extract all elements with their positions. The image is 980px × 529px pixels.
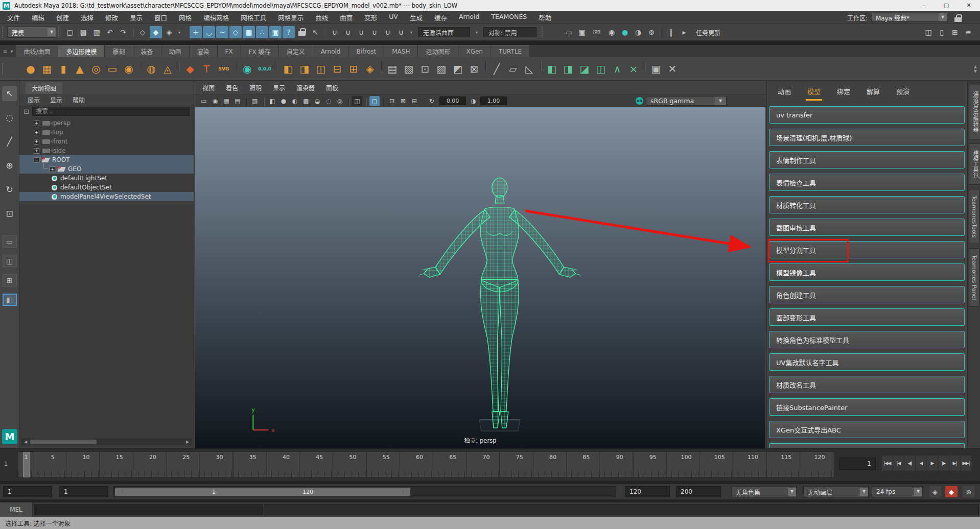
timeline-track[interactable]: 1510152025303540455055606570758085909510… (17, 451, 835, 478)
snap-together-icon[interactable]: ▣ (269, 26, 282, 38)
menu-item[interactable]: TEAMONES (491, 13, 527, 22)
scrollbar-thumb[interactable] (30, 440, 97, 444)
menu-item[interactable]: 编辑 (32, 13, 44, 22)
tool-button[interactable]: uv transfer (769, 106, 965, 124)
modeling-toolkit-toggle-icon[interactable]: ◫ (922, 26, 935, 38)
close-button[interactable]: ✕ (958, 0, 980, 11)
menu-item[interactable]: 变形 (364, 13, 377, 22)
viewport-menu-item[interactable]: 视图 (202, 83, 215, 92)
new-scene-icon[interactable]: ▢ (64, 26, 76, 38)
history-options-icon[interactable]: ∪ (395, 26, 407, 38)
attribute-editor-toggle-icon[interactable]: ⊞ (949, 26, 961, 38)
extrude-icon[interactable]: ▤ (385, 61, 400, 77)
mirror-icon[interactable]: ◩ (450, 61, 465, 77)
auto-keyframe-icon[interactable]: ◆ (945, 486, 958, 497)
single-pane-layout-button[interactable]: ▭ (3, 235, 17, 248)
command-language-toggle[interactable]: MEL (0, 502, 33, 517)
range-slider-track[interactable]: 1 120 (113, 486, 616, 497)
screen-ao-icon[interactable]: ◌ (323, 96, 334, 106)
play-backward-button[interactable]: ◀ (916, 455, 926, 471)
shelf-tab[interactable]: FX 缓存 (241, 45, 279, 57)
outliner-item[interactable]: + front (19, 137, 194, 146)
dock-vertical-tab[interactable]: 通道盒/层编辑器 (969, 85, 980, 139)
menu-set-select[interactable]: 建模 ▼ (7, 27, 56, 38)
snap-to-projected-center-icon[interactable]: ◇ (229, 26, 242, 38)
menu-item[interactable]: 选择 (81, 13, 94, 22)
uv-automatic-icon[interactable]: ◨ (561, 61, 576, 77)
tool-button[interactable]: 材质改名工具 (769, 376, 965, 393)
quad-draw-icon[interactable]: ⊠ (466, 61, 482, 77)
outliner-persp-layout-button[interactable]: ◧ (3, 294, 17, 306)
outliner-item[interactable]: + top (19, 128, 194, 137)
anim-layer-select[interactable]: 无动画层 ▼ (803, 486, 869, 497)
render-current-frame-icon[interactable]: ▣ (576, 26, 588, 38)
shelf-tab[interactable]: FX (218, 45, 241, 57)
menu-item[interactable]: 编辑网格 (203, 13, 229, 22)
gamma-icon[interactable]: ◑ (469, 96, 478, 106)
outliner-item[interactable]: modelPanel4ViewSelectedSet (19, 192, 194, 201)
open-scene-icon[interactable]: ▤ (77, 26, 89, 38)
gate-mask-icon[interactable]: ⊟ (409, 96, 419, 106)
type-tool-icon[interactable]: T (199, 61, 214, 77)
expand-toggle-icon[interactable]: + (50, 166, 55, 172)
separate-icon[interactable]: ◨ (297, 61, 312, 77)
bookmarks-icon[interactable]: ▤ (232, 96, 243, 106)
highlight-selection-icon[interactable]: ↖ (309, 26, 321, 38)
light-editor-icon[interactable]: ⊚ (645, 26, 658, 38)
expand-toggle-icon[interactable]: + (34, 148, 39, 154)
shelf-tab[interactable]: XGen (458, 45, 491, 57)
tool-button[interactable]: 表情制作工具 (769, 151, 965, 169)
step-back-frame-button[interactable]: |◀ (893, 455, 904, 471)
select-camera-icon[interactable]: ▭ (199, 96, 209, 106)
outliner-menu-item[interactable]: 显示 (50, 95, 62, 104)
snap-to-point-icon[interactable]: ~ (216, 26, 228, 38)
step-back-key-button[interactable]: ◀| (904, 455, 915, 471)
menu-item[interactable]: 显示 (130, 13, 143, 22)
tools-panel-tab[interactable]: 解算 (860, 83, 886, 101)
construction-history-icon[interactable]: ∪ (329, 26, 341, 38)
character-set-select[interactable]: 无角色集 ▼ (731, 486, 797, 497)
step-forward-key-button[interactable]: |▶ (938, 455, 949, 471)
grip-handle[interactable] (542, 27, 545, 38)
history-caret-icon[interactable]: ▾ (408, 26, 414, 38)
poly-platonic-icon[interactable]: ◬ (160, 61, 175, 77)
selection-mask-caret-icon[interactable]: ▾ (176, 26, 182, 38)
chevron-down-icon[interactable]: ▾ (474, 26, 480, 38)
playback-end-field[interactable]: 120 (625, 486, 670, 497)
shadows-icon[interactable]: ◒ (312, 96, 322, 106)
construction-plane-icon[interactable]: ◉ (240, 61, 255, 77)
command-input[interactable] (34, 504, 263, 515)
shelf-tab[interactable]: 动画 (161, 45, 190, 57)
tools-panel-tab[interactable]: 绑定 (830, 83, 857, 101)
xray-icon[interactable]: ◫ (352, 96, 362, 106)
bridge-icon[interactable]: ▧ (401, 61, 416, 77)
move-tool[interactable]: ⊕ (2, 158, 17, 173)
outliner-item[interactable]: + side (19, 146, 194, 155)
menu-item[interactable]: 生成 (410, 13, 423, 22)
crease-tool-icon[interactable]: ▱ (505, 61, 521, 77)
input-operations-icon[interactable]: ∪ (368, 26, 381, 38)
task-update-label[interactable]: 任务更新 (696, 28, 720, 37)
maximize-button[interactable]: ▢ (935, 0, 958, 11)
bevel-icon[interactable]: ◈ (362, 61, 378, 77)
viewport-menu-item[interactable]: 着色 (226, 83, 238, 92)
uv-cylindrical-icon[interactable]: ◪ (577, 61, 592, 77)
create-polygon-icon[interactable]: ╱ (489, 61, 504, 77)
body-mesh[interactable] (424, 178, 575, 428)
expand-toggle-icon[interactable]: + (34, 121, 39, 126)
tool-button-partial[interactable] (769, 443, 965, 448)
active-surface-field[interactable]: 无激活曲面 (418, 27, 470, 37)
grip-handle[interactable] (58, 27, 61, 38)
render-settings-icon[interactable]: ◉ (605, 26, 618, 38)
select-object-icon[interactable]: ◆ (150, 26, 162, 38)
workspace-select[interactable]: Maya 经典* ▼ (872, 13, 947, 22)
tool-button[interactable]: 链接SubstancePainter (769, 398, 965, 416)
shaded-icon[interactable]: ● (278, 96, 289, 106)
grip-handle[interactable] (2, 27, 5, 38)
humanik-toggle-icon[interactable]: ▯ (936, 26, 948, 38)
tool-button[interactable]: 场景清理(相机,层,材质球) (769, 129, 965, 146)
select-component-icon[interactable]: ◈ (163, 26, 175, 38)
menu-item[interactable]: 修改 (105, 13, 118, 22)
shelf-tab[interactable]: 曲线/曲面 (16, 45, 58, 57)
range-slider-handle[interactable]: 1 120 (115, 488, 410, 496)
